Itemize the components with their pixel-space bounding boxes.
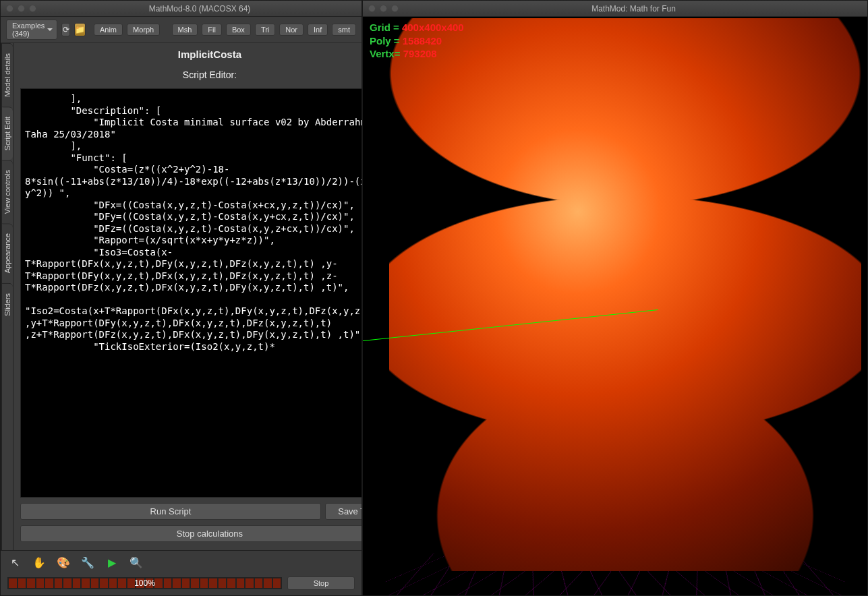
tree-item[interactable]: Holes_2 xyxy=(1,140,1,151)
vtab-appearance[interactable]: Appearance xyxy=(2,223,13,282)
tree-item[interactable]: Holed Spheres (i… xyxy=(1,108,1,119)
tri-button[interactable]: Tri xyxy=(255,24,275,36)
tree-item[interactable]: LinoidLatice xyxy=(1,313,1,324)
palette-icon[interactable]: 🎨 xyxy=(56,555,71,570)
tree-item[interactable]: Moon2 xyxy=(1,399,1,410)
refresh-icon[interactable]: ⟳ xyxy=(61,23,70,36)
tree-item[interactable]: HexaGrid Torus xyxy=(1,86,1,97)
tree-item[interactable]: Noise_Duplin xyxy=(1,464,1,475)
tree-item[interactable]: IsoToupie xyxy=(1,227,1,237)
run-script-button[interactable]: Run Script xyxy=(20,503,321,520)
tree-item[interactable]: MengerSpongeS… xyxy=(1,345,1,356)
close-icon[interactable] xyxy=(368,5,376,12)
tree-item[interactable]: Nordstrand xyxy=(1,475,1,485)
tree-item[interactable]: Lidinoid xyxy=(1,280,1,291)
hud-poly-label: Poly = xyxy=(370,35,403,47)
zoom-icon[interactable] xyxy=(29,5,36,12)
inf-button[interactable]: Inf xyxy=(308,24,328,36)
magnifier-icon[interactable]: 🔍 xyxy=(129,555,144,570)
play-icon[interactable]: ▶ xyxy=(105,555,119,570)
tree-item[interactable]: Hyperbolic xyxy=(1,151,1,162)
tree-item[interactable]: Models Intersec… xyxy=(1,378,1,388)
hud-vert-label: Vertx= xyxy=(370,48,403,59)
window-controls-right[interactable] xyxy=(368,5,399,12)
tree-item[interactable]: Neovius Tori xyxy=(1,431,1,442)
top-toolbar: Examples (349) ⟳ 📁 Anim Morph Msh Fil Bo… xyxy=(1,17,361,43)
tree-item[interactable]: Moon xyxy=(1,388,1,399)
nor-button[interactable]: Nor xyxy=(279,24,303,36)
wrench-icon[interactable]: 🔧 xyxy=(80,555,95,570)
tree-item[interactable]: MirroredTorus xyxy=(1,367,1,378)
tree-item[interactable]: Menger_4 Schw… xyxy=(1,324,1,334)
tree-item[interactable]: Leminescape xyxy=(1,270,1,280)
tree-item[interactable]: MengerSponge xyxy=(1,334,1,345)
anim-button[interactable]: Anim xyxy=(94,24,123,36)
tree-item[interactable]: Icosahedron xyxy=(1,173,1,183)
save-to-file-button[interactable]: Save To File xyxy=(325,503,361,520)
tree-item[interactable]: Lidinoid Sphere xyxy=(1,291,1,302)
script-editor[interactable]: ], "Description": [ "Implicit Costa mini… xyxy=(20,88,361,498)
minimize-icon[interactable] xyxy=(380,5,387,12)
tree-item[interactable]: Octahedron xyxy=(1,485,1,496)
tree-item[interactable]: Hexagrams Men… xyxy=(1,76,1,86)
msh-button[interactable]: Msh xyxy=(172,24,198,36)
model-name-label: ImplicitCosta xyxy=(13,43,361,64)
tree-item[interactable]: OrthoCircle xyxy=(1,518,1,529)
costa-surface xyxy=(389,18,861,571)
progress-pct: 100% xyxy=(134,578,155,588)
tree-item[interactable]: IntersectSpheres xyxy=(1,205,1,216)
tree-item[interactable]: OldVase xyxy=(1,507,1,518)
vtab-sliders[interactable]: Sliders xyxy=(2,283,13,326)
vtab-model-details[interactable]: Model details xyxy=(2,43,13,107)
vtab-script-edit[interactable]: Script Edit xyxy=(2,107,13,160)
tree-item[interactable]: GyroidLatice xyxy=(1,54,1,65)
tree-item[interactable]: Holed Spheres v… xyxy=(1,119,1,129)
close-icon[interactable] xyxy=(6,5,13,12)
box-button[interactable]: Box xyxy=(226,24,251,36)
fil-button[interactable]: Fil xyxy=(202,24,222,36)
stop-calculations-button[interactable]: Stop calculations xyxy=(20,525,361,542)
hud-overlay: Grid = 400x400x400 Poly = 1588420 Vertx=… xyxy=(370,21,464,61)
tree-item[interactable]: Interlocked Toru… xyxy=(1,194,1,205)
tree-item[interactable]: Mesh Torus_01 xyxy=(1,356,1,367)
titlebar-right: MathMod: Math for Fun xyxy=(363,1,867,17)
tree-item[interactable]: NeoviusLatice xyxy=(1,453,1,464)
3d-viewport[interactable]: Grid = 400x400x400 Poly = 1588420 Vertx=… xyxy=(363,17,867,595)
script-editor-label: Script Editor: xyxy=(13,64,361,86)
viewport-window: MathMod: Math for Fun Grid = 400x400x400… xyxy=(362,0,868,596)
tree-item[interactable]: IsoCube xyxy=(1,216,1,227)
tree-item[interactable]: Moon3 xyxy=(1,410,1,421)
tree-item[interactable]: Lidinoid Torus xyxy=(1,302,1,313)
tree-item[interactable]: P_Skeletal Sphere xyxy=(1,529,1,539)
tree-item[interactable]: Implicit Costa xyxy=(1,183,1,194)
tree-item[interactable]: Neovius Torus xyxy=(1,442,1,453)
window-controls[interactable] xyxy=(6,5,36,12)
tree-item[interactable]: Helical Tori xyxy=(1,65,1,76)
tree-item[interactable]: KleinIso xyxy=(1,237,1,248)
stop-button[interactable]: Stop xyxy=(287,576,355,590)
cursor-icon[interactable]: ↖ xyxy=(7,555,22,570)
tree-item[interactable]: Gyroidal Tori_2 xyxy=(1,43,1,54)
smt-button[interactable]: smt xyxy=(332,24,356,36)
zoom-icon[interactable] xyxy=(391,5,399,12)
titlebar-left: MathMod-8.0 (MACOSX 64) xyxy=(1,1,361,17)
tree-item[interactable]: P_Skeletal Tori xyxy=(1,539,1,550)
hand-icon[interactable]: ✋ xyxy=(32,555,47,570)
progress-row: 100% Stop xyxy=(1,574,361,595)
minimize-icon[interactable] xyxy=(18,5,25,12)
tree-item[interactable]: Lamp xyxy=(1,259,1,270)
folder-icon[interactable]: 📁 xyxy=(74,23,86,36)
morph-button[interactable]: Morph xyxy=(127,24,160,36)
tree-item[interactable]: HexaGrid Torus_2 xyxy=(1,97,1,108)
tree-item[interactable]: Labs-Septic xyxy=(1,248,1,259)
tree-item[interactable]: Holes xyxy=(1,129,1,140)
tree-item[interactable]: OctahedronOfO… xyxy=(1,496,1,507)
model-tree[interactable]: Gyroidal Tori_2GyroidLaticeHelical ToriH… xyxy=(1,43,1,550)
hud-vert-value: 793208 xyxy=(403,48,437,59)
vtab-view-controls[interactable]: View controls xyxy=(2,160,13,223)
window-title-right: MathMod: Math for Fun xyxy=(405,4,862,13)
examples-combo[interactable]: Examples (349) xyxy=(6,20,57,40)
progress-bar: 100% xyxy=(7,577,282,589)
tree-item[interactable]: Hyperboloid xyxy=(1,162,1,173)
tree-item[interactable]: Neovius Sphere xyxy=(1,421,1,431)
